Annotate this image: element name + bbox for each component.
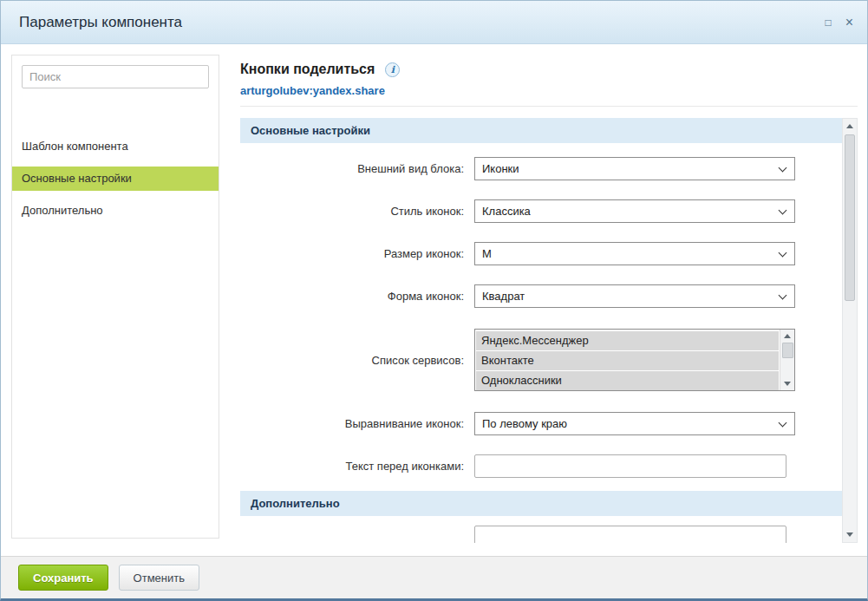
divider bbox=[240, 106, 858, 107]
text-before-icons-input[interactable] bbox=[474, 454, 786, 478]
section-header-main-settings: Основные настройки bbox=[240, 118, 842, 143]
scrollbar-thumb[interactable] bbox=[782, 343, 793, 358]
save-button[interactable]: Сохранить bbox=[18, 565, 108, 591]
footer: Сохранить Отменить bbox=[1, 556, 867, 598]
chevron-down-icon bbox=[779, 164, 787, 173]
scroll-up-icon[interactable] bbox=[780, 330, 794, 343]
chevron-down-icon bbox=[779, 249, 787, 258]
component-id-link[interactable]: arturgolubev:yandex.share bbox=[240, 84, 385, 97]
listbox-scrollbar[interactable] bbox=[780, 330, 794, 390]
form-row-partial bbox=[240, 516, 842, 543]
select-value: Иконки bbox=[482, 162, 519, 175]
field-label: Стиль иконок: bbox=[240, 205, 474, 218]
sidebar-menu: Шаблон компонента Основные настройки Доп… bbox=[12, 134, 219, 223]
select-value: По левому краю bbox=[482, 417, 567, 430]
partial-field-input[interactable] bbox=[474, 526, 786, 543]
scrollbar-thumb[interactable] bbox=[845, 134, 855, 301]
field-label: Внешний вид блока: bbox=[240, 162, 474, 175]
component-title: Кнопки поделиться bbox=[240, 62, 375, 77]
icon-size-select[interactable]: M bbox=[474, 242, 795, 265]
scroll-down-icon[interactable] bbox=[780, 377, 794, 390]
listbox-option[interactable]: Яндекс.Мессенджер bbox=[476, 331, 779, 350]
sidebar-item-additional[interactable]: Дополнительно bbox=[12, 199, 219, 223]
restore-window-icon[interactable]: □ bbox=[825, 17, 831, 28]
scroll-down-icon[interactable] bbox=[843, 527, 857, 542]
form-row: Стиль иконок: Классика bbox=[240, 190, 842, 232]
search-input[interactable] bbox=[22, 65, 209, 88]
sidebar-item-component-template[interactable]: Шаблон компонента bbox=[12, 134, 219, 159]
sidebar-item-main-settings[interactable]: Основные настройки bbox=[12, 167, 219, 191]
form-row: Форма иконок: Квадрат bbox=[240, 275, 842, 317]
services-listbox[interactable]: Яндекс.Мессенджер Вконтакте Одноклассник… bbox=[474, 329, 795, 391]
select-value: Классика bbox=[482, 205, 531, 218]
field-label: Выравнивание иконок: bbox=[240, 417, 474, 430]
form-row: Внешний вид блока: Иконки bbox=[240, 147, 842, 190]
field-label: Форма иконок: bbox=[240, 290, 474, 303]
listbox-option[interactable]: Одноклассники bbox=[476, 371, 779, 390]
dialog-title: Параметры компонента bbox=[19, 14, 182, 31]
content-header: Кнопки поделиться i bbox=[240, 62, 400, 77]
form-row: Текст перед иконками: bbox=[240, 445, 842, 487]
form-row: Список сервисов: Яндекс.Мессенджер Вконт… bbox=[240, 317, 842, 402]
block-appearance-select[interactable]: Иконки bbox=[474, 157, 795, 180]
form-area: Основные настройки Внешний вид блока: Ик… bbox=[240, 118, 842, 543]
form-row: Размер иконок: M bbox=[240, 232, 842, 275]
component-parameters-dialog: Параметры компонента □ × Шаблон компонен… bbox=[0, 0, 868, 601]
form-rows: Внешний вид блока: Иконки Стиль иконок: … bbox=[240, 147, 842, 487]
sidebar: Шаблон компонента Основные настройки Доп… bbox=[11, 55, 219, 539]
content-scrollbar[interactable] bbox=[842, 118, 858, 543]
close-icon[interactable]: × bbox=[845, 16, 853, 29]
icon-alignment-select[interactable]: По левому краю bbox=[474, 412, 795, 435]
field-label: Список сервисов: bbox=[240, 354, 474, 367]
icon-shape-select[interactable]: Квадрат bbox=[474, 284, 795, 308]
form-row: Выравнивание иконок: По левому краю bbox=[240, 402, 842, 445]
select-value: Квадрат bbox=[482, 290, 525, 303]
field-label: Текст перед иконками: bbox=[240, 460, 474, 473]
window-controls: □ × bbox=[825, 1, 853, 44]
chevron-down-icon bbox=[779, 206, 787, 215]
select-value: M bbox=[482, 247, 492, 260]
field-label: Размер иконок: bbox=[240, 247, 474, 260]
scroll-up-icon[interactable] bbox=[843, 119, 857, 134]
info-icon[interactable]: i bbox=[385, 62, 400, 77]
cancel-button[interactable]: Отменить bbox=[119, 565, 199, 591]
chevron-down-icon bbox=[779, 291, 787, 300]
section-header-additional: Дополнительно bbox=[240, 491, 842, 516]
chevron-down-icon bbox=[779, 419, 787, 428]
listbox-option[interactable]: Вконтакте bbox=[476, 351, 779, 370]
titlebar: Параметры компонента □ × bbox=[1, 1, 867, 44]
icon-style-select[interactable]: Классика bbox=[474, 199, 795, 223]
